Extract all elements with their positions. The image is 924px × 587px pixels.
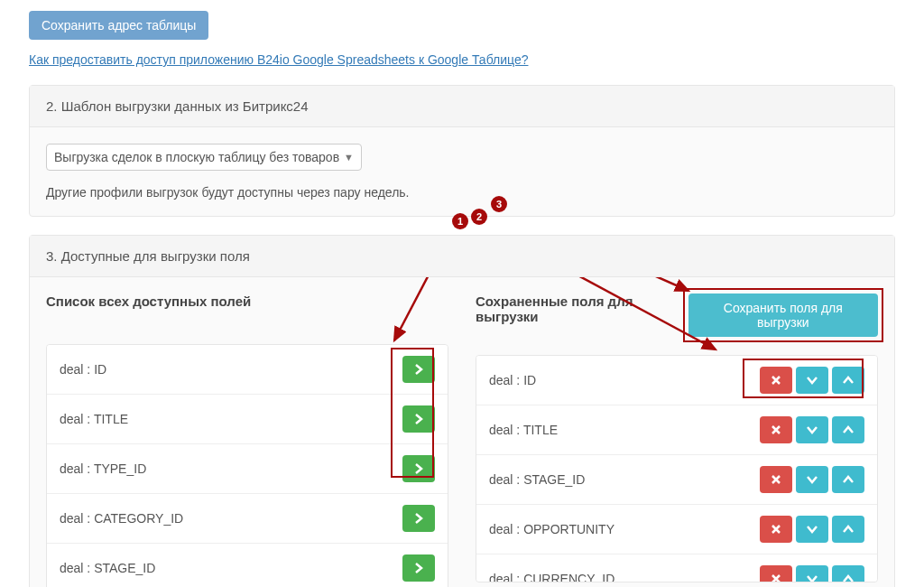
chevron-up-icon bbox=[842, 523, 855, 536]
list-item: deal : OPPORTUNITY bbox=[476, 505, 877, 554]
move-down-button[interactable] bbox=[796, 565, 828, 582]
field-label: deal : STAGE_ID bbox=[60, 561, 155, 575]
move-down-button[interactable] bbox=[796, 367, 828, 394]
add-field-button[interactable] bbox=[402, 455, 435, 482]
chevron-down-icon bbox=[806, 573, 818, 582]
field-label: deal : ID bbox=[489, 373, 536, 387]
list-item: deal : TYPE_ID bbox=[47, 444, 448, 494]
chevron-right-icon bbox=[412, 413, 425, 425]
access-help-link[interactable]: Как предоставить доступ приложению B24io… bbox=[29, 52, 528, 67]
field-label: deal : OPPORTUNITY bbox=[489, 522, 614, 536]
move-up-button[interactable] bbox=[832, 416, 864, 443]
chevron-up-icon bbox=[842, 473, 855, 486]
profiles-note: Другие профили выгрузок будут доступны ч… bbox=[46, 185, 878, 200]
close-icon bbox=[770, 573, 782, 582]
chevron-right-icon bbox=[412, 462, 425, 475]
section-template: 2. Шаблон выгрузки данных из Битрикс24 В… bbox=[29, 85, 895, 217]
list-item: deal : TITLE bbox=[47, 395, 448, 444]
field-label: deal : TITLE bbox=[489, 423, 558, 437]
list-item: deal : CATEGORY_ID bbox=[47, 494, 448, 544]
chevron-up-icon bbox=[842, 424, 855, 436]
annotation-bubble-3: 3 bbox=[491, 196, 507, 212]
save-fields-button[interactable]: Сохранить поля для выгрузки bbox=[688, 294, 878, 337]
remove-field-button[interactable] bbox=[760, 466, 792, 493]
close-icon bbox=[770, 374, 782, 387]
section-2-title: 2. Шаблон выгрузки данных из Битрикс24 bbox=[30, 86, 894, 127]
chevron-up-icon bbox=[842, 573, 855, 582]
list-item: deal : TITLE bbox=[476, 405, 877, 455]
list-item: deal : ID bbox=[476, 356, 877, 405]
saved-fields-title: Сохраненные поля для выгрузки bbox=[476, 294, 688, 324]
move-up-button[interactable] bbox=[832, 466, 864, 493]
available-fields-title: Список всех доступных полей bbox=[46, 294, 251, 309]
field-label: deal : TYPE_ID bbox=[60, 461, 146, 476]
annotation-bubble-1: 1 bbox=[452, 213, 468, 229]
move-down-button[interactable] bbox=[796, 516, 828, 543]
chevron-right-icon bbox=[412, 562, 425, 574]
export-profile-select[interactable]: Выгрузка сделок в плоскую таблицу без то… bbox=[46, 144, 362, 171]
section-fields: 3. Доступные для выгрузки поля 1 2 3 Сп bbox=[29, 235, 895, 587]
save-table-address-button[interactable]: Сохранить адрес таблицы bbox=[29, 11, 208, 40]
move-up-button[interactable] bbox=[832, 367, 864, 394]
add-field-button[interactable] bbox=[402, 505, 435, 532]
chevron-down-icon bbox=[806, 473, 818, 486]
move-up-button[interactable] bbox=[832, 565, 864, 582]
remove-field-button[interactable] bbox=[760, 367, 792, 394]
list-item: deal : ID bbox=[47, 345, 448, 395]
close-icon bbox=[770, 424, 782, 436]
remove-field-button[interactable] bbox=[760, 416, 792, 443]
available-fields-list: deal : ID deal : TITLE deal : TYPE_ID bbox=[46, 344, 448, 587]
field-label: deal : CURRENCY_ID bbox=[489, 572, 614, 582]
list-item: deal : STAGE_ID bbox=[476, 455, 877, 505]
remove-field-button[interactable] bbox=[760, 516, 792, 543]
add-field-button[interactable] bbox=[402, 356, 435, 383]
chevron-up-icon bbox=[842, 374, 855, 387]
section-3-title: 3. Доступные для выгрузки поля bbox=[30, 236, 894, 277]
field-label: deal : ID bbox=[60, 362, 106, 377]
field-label: deal : CATEGORY_ID bbox=[60, 511, 183, 526]
chevron-right-icon bbox=[412, 363, 425, 376]
close-icon bbox=[770, 473, 782, 486]
move-down-button[interactable] bbox=[796, 416, 828, 443]
saved-fields-list: deal : ID deal : TITLE bbox=[476, 355, 878, 582]
list-item: deal : CURRENCY_ID bbox=[476, 554, 877, 582]
add-field-button[interactable] bbox=[402, 554, 435, 582]
chevron-down-icon bbox=[806, 374, 818, 387]
remove-field-button[interactable] bbox=[760, 565, 792, 582]
svg-line-2 bbox=[499, 277, 688, 291]
add-field-button[interactable] bbox=[402, 405, 435, 433]
close-icon bbox=[770, 523, 782, 536]
field-label: deal : STAGE_ID bbox=[489, 472, 585, 487]
annotation-bubble-2: 2 bbox=[471, 209, 487, 225]
chevron-down-icon bbox=[806, 523, 818, 536]
chevron-down-icon bbox=[806, 424, 818, 436]
list-item: deal : STAGE_ID bbox=[47, 544, 448, 587]
chevron-right-icon bbox=[412, 512, 425, 525]
field-label: deal : TITLE bbox=[60, 412, 128, 426]
move-down-button[interactable] bbox=[796, 466, 828, 493]
export-profile-value: Выгрузка сделок в плоскую таблицу без то… bbox=[54, 150, 339, 164]
move-up-button[interactable] bbox=[832, 516, 864, 543]
chevron-down-icon: ▼ bbox=[344, 152, 354, 163]
